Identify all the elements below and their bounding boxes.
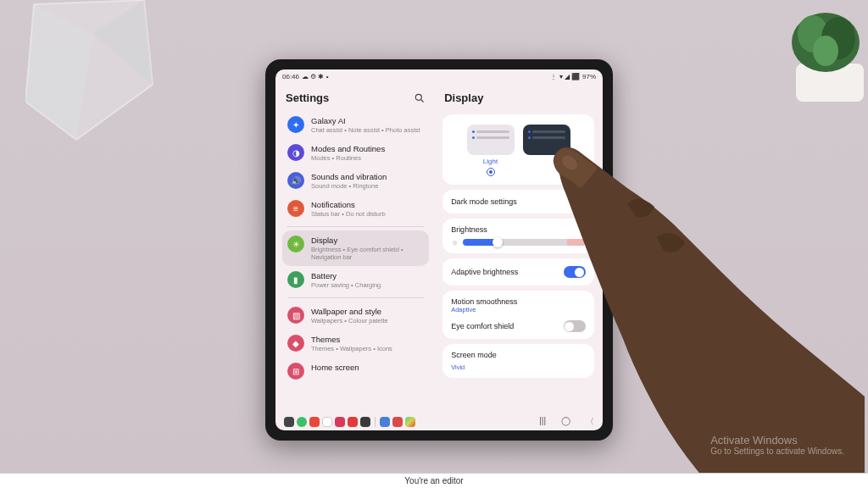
crystal-decor — [25, 0, 157, 144]
settings-item-modes-and-routines[interactable]: ◑Modes and RoutinesModes • Routines — [282, 139, 429, 167]
status-bar: 06:46 ☁ ⚙ ✱ • ⋮ ▾ ◢ ⬛ 97% — [275, 69, 603, 83]
brightness-thumb[interactable] — [492, 237, 503, 247]
settings-item-title: Wallpaper and style — [311, 307, 388, 316]
brightness-slider[interactable] — [463, 239, 586, 246]
screen-mode-value: Vivid — [451, 363, 586, 371]
settings-item-home-screen[interactable]: ⊞Home screen — [282, 358, 429, 385]
brightness-label: Brightness — [451, 225, 586, 234]
settings-list-pane: Settings ✦Galaxy AIChat assist • Note as… — [275, 83, 436, 413]
plant-decor — [754, 0, 868, 102]
dark-mode-settings-label: Dark mode settings — [451, 197, 517, 206]
settings-item-icon: 🔊 — [287, 172, 304, 189]
motion-label: Motion smoothness — [451, 297, 586, 306]
light-label: Light — [483, 158, 498, 165]
settings-item-themes[interactable]: ◆ThemesThemes • Wallpapers • Icons — [282, 330, 429, 358]
settings-item-sub: Sound mode • Ringtone — [311, 182, 387, 190]
screen-mode-row[interactable]: Screen mode Vivid — [442, 344, 594, 378]
settings-item-title: Modes and Routines — [311, 144, 385, 153]
dark-preview-icon — [523, 125, 570, 155]
settings-item-sub: Power saving • Charging — [311, 281, 381, 289]
light-radio[interactable] — [487, 168, 495, 176]
settings-item-icon: ▧ — [287, 307, 304, 324]
status-left-icons: ☁ ⚙ ✱ • — [302, 73, 328, 80]
theme-option-light[interactable]: Light — [467, 125, 515, 176]
settings-item-icon: ☀ — [287, 236, 304, 252]
settings-item-battery[interactable]: ▮BatteryPower saving • Charging — [282, 266, 429, 294]
settings-item-galaxy-ai[interactable]: ✦Galaxy AIChat assist • Note assist • Ph… — [282, 111, 429, 139]
tablet-screen: 06:46 ☁ ⚙ ✱ • ⋮ ▾ ◢ ⬛ 97% Settings ✦Gala… — [275, 69, 603, 430]
settings-item-title: Display — [311, 236, 424, 245]
settings-item-notifications[interactable]: ≡NotificationsStatus bar • Do not distur… — [282, 195, 429, 223]
display-title: Display — [442, 88, 594, 109]
status-battery: 97% — [582, 73, 596, 80]
settings-item-title: Themes — [311, 335, 392, 344]
adaptive-brightness-toggle[interactable] — [564, 266, 586, 278]
settings-item-sub: Wallpapers • Colour palette — [311, 317, 388, 324]
search-icon[interactable] — [414, 92, 426, 104]
taskbar-apps[interactable] — [284, 417, 415, 427]
settings-item-sub: Brightness • Eye comfort shield • Naviga… — [311, 246, 424, 261]
nav-back-icon[interactable]: 〈 — [586, 416, 594, 428]
tablet-device: 06:46 ☁ ⚙ ✱ • ⋮ ▾ ◢ ⬛ 97% Settings ✦Gala… — [265, 59, 613, 441]
status-time: 06:46 — [282, 73, 299, 80]
nav-home-icon[interactable]: ◯ — [561, 416, 570, 428]
screen-mode-label: Screen mode — [451, 351, 586, 359]
settings-item-wallpaper-and-style[interactable]: ▧Wallpaper and styleWallpapers • Colour … — [282, 302, 429, 330]
settings-item-sounds-and-vibration[interactable]: 🔊Sounds and vibrationSound mode • Ringto… — [282, 167, 429, 195]
settings-item-display[interactable]: ☀DisplayBrightness • Eye comfort shield … — [282, 230, 429, 266]
settings-item-icon: ⊞ — [287, 363, 304, 380]
editor-status-text: You're an editor — [404, 476, 463, 485]
adaptive-brightness-label: Adaptive brightness — [451, 268, 518, 276]
brightness-sun-icon: ☼ — [451, 238, 458, 247]
settings-item-sub: Status bar • Do not disturb — [311, 210, 386, 218]
eye-comfort-label: Eye comfort shield — [451, 322, 514, 330]
adaptive-brightness-row[interactable]: Adaptive brightness — [442, 258, 594, 286]
windows-watermark: Activate Windows Go to Settings to activ… — [710, 434, 844, 456]
svg-point-7 — [813, 36, 838, 66]
settings-item-icon: ✦ — [287, 116, 304, 133]
motion-value: Adaptive — [451, 306, 586, 313]
settings-item-icon: ≡ — [287, 200, 304, 217]
motion-smoothness-row[interactable]: Motion smoothness Adaptive — [451, 297, 586, 313]
dark-mode-settings-row[interactable]: Dark mode settings — [442, 190, 594, 214]
settings-item-title: Home screen — [311, 363, 359, 372]
svg-line-9 — [421, 99, 424, 102]
watermark-sub: Go to Settings to activate Windows. — [710, 446, 844, 456]
eye-comfort-row[interactable]: Eye comfort shield — [451, 320, 586, 332]
settings-item-title: Battery — [311, 271, 381, 280]
settings-item-title: Galaxy AI — [311, 116, 420, 125]
settings-item-icon: ▮ — [287, 271, 304, 288]
motion-eye-card: Motion smoothness Adaptive Eye comfort s… — [442, 291, 594, 339]
settings-item-title: Sounds and vibration — [311, 172, 387, 181]
settings-item-sub: Modes • Routines — [311, 154, 385, 162]
status-right-icons: ⋮ ▾ ◢ ⬛ — [550, 73, 580, 80]
nav-recents-icon[interactable]: ||| — [539, 416, 546, 428]
display-detail-pane: Display Light — [436, 83, 603, 413]
theme-selector-card: Light — [442, 114, 594, 185]
settings-item-sub: Chat assist • Note assist • Photo assist — [311, 126, 420, 134]
settings-item-title: Notifications — [311, 200, 386, 209]
svg-point-8 — [415, 94, 421, 100]
settings-item-sub: Themes • Wallpapers • Icons — [311, 345, 392, 352]
settings-title: Settings — [286, 92, 329, 104]
nav-bar: ||| ◯ 〈 — [275, 413, 603, 430]
eye-comfort-toggle[interactable] — [564, 320, 586, 332]
settings-item-icon: ◆ — [287, 335, 304, 352]
editor-status-bar: You're an editor — [0, 473, 868, 488]
watermark-title: Activate Windows — [710, 434, 844, 446]
brightness-card: Brightness ☼ — [442, 219, 594, 253]
theme-option-dark[interactable] — [523, 125, 570, 176]
settings-item-icon: ◑ — [287, 144, 304, 161]
light-preview-icon — [467, 125, 515, 155]
